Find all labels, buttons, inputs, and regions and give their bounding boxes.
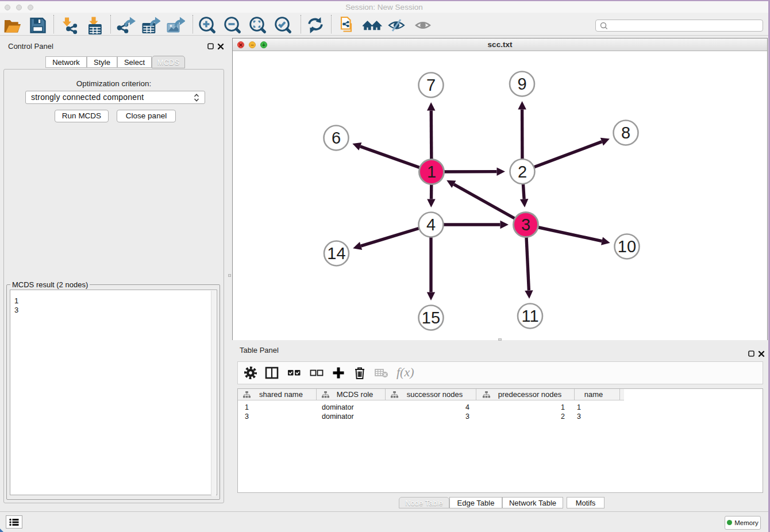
svg-text:4: 4: [426, 215, 436, 234]
svg-text:3: 3: [521, 215, 530, 234]
svg-text:11: 11: [521, 307, 538, 325]
svg-text:9: 9: [517, 75, 526, 93]
svg-text:14: 14: [327, 244, 345, 263]
svg-text:7: 7: [426, 76, 436, 94]
svg-text:1: 1: [427, 163, 436, 181]
svg-text:10: 10: [618, 237, 636, 256]
svg-text:15: 15: [422, 309, 440, 327]
svg-text:8: 8: [621, 124, 630, 142]
svg-text:6: 6: [332, 129, 341, 147]
svg-text:2: 2: [518, 163, 527, 181]
